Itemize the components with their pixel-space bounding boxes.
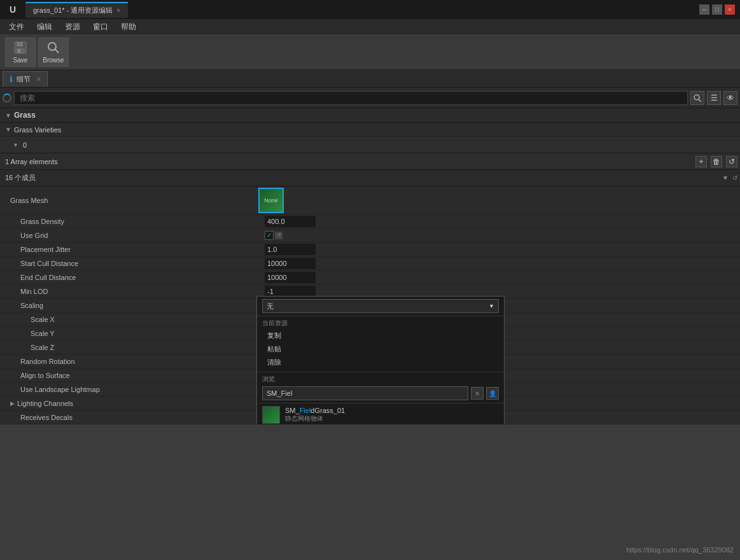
members-reset-btn[interactable]: ↺ — [732, 174, 737, 181]
use-grid-value: ↺ — [265, 231, 740, 240]
tab-label: 细节 — [17, 74, 31, 84]
browse-section: 浏览 ✕ 👤 — [257, 372, 504, 403]
loading-spinner — [3, 94, 11, 102]
use-grid-row: Use Grid ↺ — [0, 228, 740, 242]
minimize-button[interactable]: ─ — [699, 4, 709, 15]
copy-button[interactable]: 复制 — [262, 329, 499, 342]
title-bar: U grass_01* - 通用资源编辑 × ─ □ × — [0, 0, 740, 19]
menu-resource[interactable]: 资源 — [59, 20, 87, 34]
tab-bar: ℹ 细节 × — [0, 70, 740, 88]
use-grid-reset[interactable]: ↺ — [275, 232, 283, 239]
grass-expand-arrow: ▼ — [5, 112, 11, 119]
result-item-1[interactable]: SM_FieldGrass_01 静态网格物体 — [257, 403, 504, 424]
eye-button[interactable]: 👁 — [723, 91, 737, 105]
grass-varieties-label: Grass Varieties — [14, 126, 61, 134]
asset-type-dropdown[interactable]: 无 ▼ — [262, 299, 499, 313]
search-button[interactable] — [690, 91, 704, 105]
placement-jitter-row: Placement Jitter — [0, 242, 740, 256]
array-header: ▼ 0 — [0, 137, 740, 153]
save-label: Save — [13, 57, 28, 64]
close-button[interactable]: × — [725, 4, 735, 15]
lighting-channels-label: Lighting Channels — [17, 400, 73, 407]
start-cull-value — [265, 258, 740, 269]
search-input[interactable] — [14, 91, 688, 105]
grass-section-title: Grass — [14, 111, 36, 120]
window-controls: ─ □ × — [699, 4, 735, 15]
grass-density-input[interactable] — [265, 216, 316, 227]
browse-title: 浏览 — [262, 375, 499, 384]
asset-type-value: 无 — [267, 302, 274, 311]
search-results-list: SM_FieldGrass_01 静态网格物体 SM_FieldScabious… — [257, 403, 504, 424]
placement-jitter-label: Placement Jitter — [10, 246, 265, 253]
scale-z-label: Scale Z — [20, 344, 275, 351]
details-panel: ▼ Grass ▼ Grass Varieties ▼ 0 1 Array el… — [0, 108, 740, 424]
maximize-button[interactable]: □ — [712, 4, 722, 15]
svg-point-6 — [694, 95, 699, 100]
grass-density-value — [265, 216, 740, 227]
array-reset-button[interactable]: ↺ — [726, 156, 737, 167]
lighting-channels-arrow[interactable]: ▶ — [10, 400, 15, 407]
browse-search-input[interactable] — [262, 386, 468, 400]
save-button[interactable]: Save — [5, 38, 36, 67]
toolbar: Save Browse — [0, 34, 740, 70]
tab-close-icon[interactable]: × — [116, 7, 120, 14]
start-cull-row: Start Cull Distance — [0, 256, 740, 270]
tab-title: grass_01* - 通用资源编辑 — [33, 6, 113, 15]
lighting-channels-label-area: ▶ Lighting Channels — [10, 400, 265, 407]
grass-mesh-label: Grass Mesh — [10, 197, 253, 204]
browse-icon — [46, 40, 61, 55]
start-cull-label: Start Cull Distance — [10, 260, 265, 267]
details-tab[interactable]: ℹ 细节 × — [3, 71, 48, 87]
members-dropdown-arrow: ▼ — [722, 174, 729, 181]
result-info-1: SM_FieldGrass_01 静态网格物体 — [285, 407, 345, 423]
browse-user-button[interactable]: 👤 — [486, 387, 499, 400]
use-grid-label: Use Grid — [10, 232, 265, 239]
svg-rect-3 — [18, 49, 20, 53]
paste-button[interactable]: 粘贴 — [262, 342, 499, 356]
array-add-button[interactable]: + — [695, 156, 707, 167]
menu-edit[interactable]: 编辑 — [31, 20, 59, 34]
min-lod-input[interactable] — [265, 286, 316, 297]
title-tab[interactable]: grass_01* - 通用资源编辑 × — [25, 2, 128, 18]
tab-close-btn[interactable]: × — [37, 76, 41, 83]
browse-button[interactable]: Browse — [38, 38, 69, 67]
search-bar: ☰ 👁 — [0, 88, 740, 108]
min-lod-value — [265, 286, 740, 297]
browse-search-row: ✕ 👤 — [262, 386, 499, 400]
start-cull-input[interactable] — [265, 258, 316, 269]
menu-help[interactable]: 帮助 — [115, 20, 143, 34]
asset-type-arrow: ▼ — [489, 303, 494, 309]
grass-density-row: Grass Density — [0, 214, 740, 228]
use-grid-checkbox[interactable] — [265, 231, 274, 240]
ue-logo: U — [5, 2, 20, 17]
grass-varieties-row: ▼ Grass Varieties — [0, 123, 740, 137]
landscape-lightmap-label: Use Landscape Lightmap — [10, 386, 265, 393]
min-lod-label: Min LOD — [10, 288, 265, 295]
end-cull-input[interactable] — [265, 272, 316, 283]
menu-file[interactable]: 文件 — [3, 20, 31, 34]
menu-window[interactable]: 窗口 — [87, 20, 115, 34]
members-row: 16 个成员 ▼ ↺ — [0, 170, 740, 186]
popup-top-row: 无 ▼ — [257, 297, 504, 316]
browse-label: Browse — [43, 57, 64, 64]
svg-line-7 — [699, 99, 701, 102]
scale-y-label: Scale Y — [20, 330, 275, 337]
array-delete-button[interactable]: 🗑 — [711, 156, 722, 167]
end-cull-label: End Cull Distance — [10, 274, 265, 281]
grass-section-header[interactable]: ▼ Grass — [0, 108, 740, 123]
none-label: None — [264, 197, 278, 204]
current-resource-title: 当前资源 — [262, 319, 499, 328]
save-icon — [13, 40, 28, 55]
asset-picker-popup: 无 ▼ 当前资源 复制 粘贴 清除 浏览 ✕ 👤 — [256, 296, 505, 424]
clear-button[interactable]: 清除 — [262, 356, 499, 369]
scaling-label: Scaling — [10, 302, 265, 309]
grass-mesh-thumbnail[interactable]: None — [258, 188, 284, 213]
random-rotation-label: Random Rotation — [10, 358, 265, 365]
view-toggle-button[interactable]: ☰ — [707, 91, 721, 105]
result-name-1: SM_FieldGrass_01 — [285, 407, 345, 414]
browse-clear-button[interactable]: ✕ — [471, 387, 484, 400]
array-index: 0 — [23, 141, 27, 149]
placement-jitter-input[interactable] — [265, 244, 316, 255]
placement-jitter-value — [265, 244, 740, 255]
r1-pre: SM_ — [285, 407, 300, 414]
